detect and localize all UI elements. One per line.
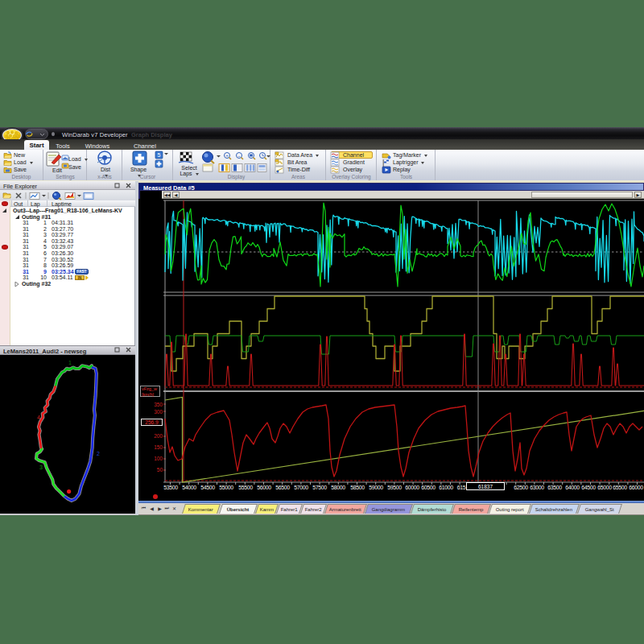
svg-text:5: 5 (158, 152, 161, 158)
svg-text:+: + (225, 153, 229, 158)
svg-text:2: 2 (97, 451, 100, 456)
svg-text:3: 3 (39, 464, 43, 470)
svg-text:-: - (238, 153, 241, 159)
svg-text:4: 4 (37, 415, 40, 420)
svg-text:1: 1 (68, 360, 72, 365)
